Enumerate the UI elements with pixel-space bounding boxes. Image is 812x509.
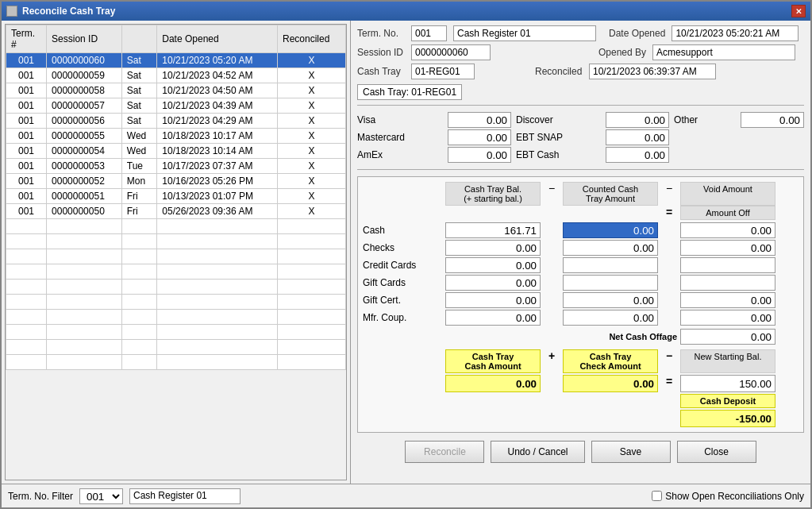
cell-session: 0000000051 (47, 189, 122, 204)
undo-cancel-button[interactable]: Undo / Cancel (491, 441, 584, 463)
cash-tray-section: Cash Tray Bal.(+ starting bal.) − Counte… (357, 176, 804, 433)
table-row[interactable]: 001 0000000054 Wed 10/18/2023 10:14 AM X (6, 144, 346, 159)
date-opened-label: Date Opened (609, 28, 665, 39)
table-wrapper: Term.# Session ID Date Opened Reconciled… (5, 24, 347, 480)
cash-tray-cash-header: Cash TrayCash Amount (445, 349, 541, 373)
cell-day: Mon (121, 174, 157, 189)
new-starting-input[interactable] (680, 375, 775, 392)
table-row[interactable]: 001 0000000058 Sat 10/21/2023 04:50 AM X (6, 83, 346, 98)
counted-amount-input[interactable] (563, 240, 658, 256)
cell-term: 001 (6, 114, 47, 129)
minus-operator-2: − (661, 182, 677, 206)
counted-bal-input[interactable] (445, 275, 541, 291)
totals-headers: Cash TrayCash Amount + Cash TrayCheck Am… (363, 349, 799, 373)
cell-reconciled: X (278, 98, 346, 114)
table-row[interactable]: 001 0000000056 Sat 10/21/2023 04:29 AM X (6, 114, 346, 129)
table-row[interactable]: 001 0000000060 Sat 10/21/2023 05:20 AM X (6, 53, 346, 68)
counted-amount-input[interactable] (563, 310, 658, 326)
counted-bal-input[interactable] (445, 240, 541, 256)
counted-void-input[interactable] (680, 310, 775, 326)
table-row[interactable]: 001 0000000050 Fri 05/26/2023 09:36 AM X (6, 204, 346, 219)
cell-session: 0000000059 (47, 68, 122, 83)
cash-deposit-input[interactable] (680, 410, 775, 427)
mastercard-input[interactable] (448, 129, 511, 145)
term-filter-select[interactable]: 001 (79, 488, 123, 504)
cell-reconciled: X (278, 114, 346, 129)
other-input[interactable] (741, 112, 804, 128)
term-no-value: 001 (411, 25, 447, 41)
col-header-counted: Counted CashTray Amount (563, 182, 658, 206)
counted-bal-input[interactable] (445, 222, 541, 238)
cell-session: 0000000060 (47, 53, 122, 68)
table-row[interactable]: 001 0000000055 Wed 10/18/2023 10:17 AM X (6, 129, 346, 144)
show-open-checkbox[interactable] (652, 491, 662, 501)
cell-term: 001 (6, 204, 47, 219)
minus-operator-1: − (544, 182, 560, 206)
reconcile-button[interactable]: Reconcile (405, 441, 484, 463)
counted-bal-input[interactable] (445, 257, 541, 273)
net-cash-offage-input[interactable] (680, 329, 775, 345)
cell-day: Fri (121, 204, 157, 219)
col-header-bal: Cash Tray Bal.(+ starting bal.) (445, 182, 541, 206)
cash-tray-value: 01-REG01 (411, 64, 475, 79)
empty-row (6, 355, 346, 370)
close-button-bottom[interactable]: Close (677, 441, 756, 463)
window-title: Reconcile Cash Tray (22, 6, 115, 17)
cash-tray-cash-input[interactable] (445, 375, 541, 392)
counted-amount-input[interactable] (563, 222, 658, 238)
counted-void-input[interactable] (680, 222, 775, 238)
title-bar: Reconcile Cash Tray ✕ (2, 2, 810, 21)
counted-row-label: Cash (363, 225, 442, 236)
save-button[interactable]: Save (591, 441, 671, 463)
visa-input[interactable] (448, 112, 511, 128)
counted-void-input[interactable] (680, 292, 775, 308)
empty-row (6, 264, 346, 280)
discover-input[interactable] (606, 112, 669, 128)
cell-date: 10/18/2023 10:17 AM (157, 129, 278, 144)
table-row[interactable]: 001 0000000057 Sat 10/21/2023 04:39 AM X (6, 98, 346, 114)
col-header-void: Void Amount (680, 182, 775, 206)
cell-session: 0000000054 (47, 144, 122, 159)
counted-void-input[interactable] (680, 257, 775, 273)
main-window: Reconcile Cash Tray ✕ Term.# Session ID … (0, 0, 812, 509)
amex-input[interactable] (448, 147, 511, 163)
counted-bal-input[interactable] (445, 292, 541, 308)
ebt-snap-input[interactable] (606, 129, 669, 145)
table-row[interactable]: 001 0000000052 Mon 10/16/2023 05:26 PM X (6, 174, 346, 189)
session-table-scroll[interactable]: Term.# Session ID Date Opened Reconciled… (5, 24, 347, 480)
session-id-label: Session ID (357, 47, 405, 58)
cell-date: 10/13/2023 01:07 PM (157, 189, 278, 204)
counted-amount-input[interactable] (563, 275, 658, 291)
table-row[interactable]: 001 0000000059 Sat 10/21/2023 04:52 AM X (6, 68, 346, 83)
cash-tray-check-input[interactable] (563, 375, 658, 392)
opened-by-value: Acmesupport (652, 44, 795, 60)
new-starting-header: New Starting Bal. (680, 349, 775, 373)
right-panel: Term. No. 001 Cash Register 01 Date Open… (351, 21, 810, 484)
counted-data-row: Gift Cards (363, 275, 799, 291)
empty-row (6, 280, 346, 295)
counted-amount-input[interactable] (563, 257, 658, 273)
counted-amount-input[interactable] (563, 292, 658, 308)
counted-void-input[interactable] (680, 275, 775, 291)
counted-bal-input[interactable] (445, 310, 541, 326)
cash-deposit-row: Cash Deposit (363, 394, 799, 427)
cell-term: 001 (6, 68, 47, 83)
counted-row-label: Checks (363, 242, 442, 253)
cell-term: 001 (6, 53, 47, 68)
counted-void-input[interactable] (680, 240, 775, 256)
cell-session: 0000000057 (47, 98, 122, 114)
close-button[interactable]: ✕ (791, 5, 806, 17)
table-row[interactable]: 001 0000000051 Fri 10/13/2023 01:07 PM X (6, 189, 346, 204)
session-table: Term.# Session ID Date Opened Reconciled… (6, 25, 346, 370)
cell-term: 001 (6, 98, 47, 114)
payment-grid: Visa Discover Other Mastercard EBT SNAP … (357, 112, 804, 163)
counted-data-row: Gift Cert. (363, 292, 799, 308)
empty-row (6, 249, 346, 264)
net-offage-row: Net Cash Offage (363, 327, 799, 345)
ebt-cash-input[interactable] (606, 147, 669, 163)
col-term: Term.# (6, 25, 47, 53)
info-row-1: Term. No. 001 Cash Register 01 Date Open… (357, 25, 804, 41)
counted-data-row: Credit Cards (363, 257, 799, 273)
table-row[interactable]: 001 0000000053 Tue 10/17/2023 07:37 AM X (6, 159, 346, 174)
reconciled-label: Reconciled (535, 66, 583, 77)
